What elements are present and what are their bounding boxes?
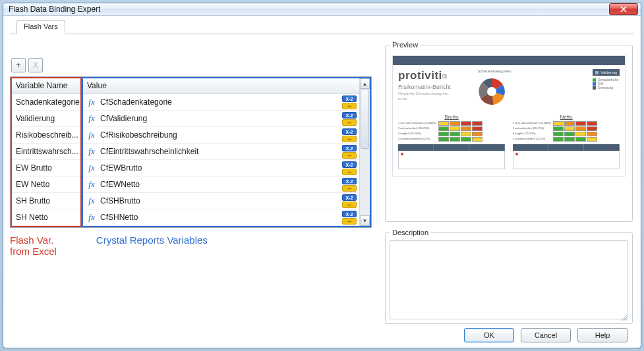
close-button[interactable] [609, 3, 638, 15]
description-legend: Description [390, 229, 431, 236]
formula-icon: fx [87, 146, 96, 157]
variable-value-cell[interactable]: fxCfValidierungX-2⋯ [83, 111, 359, 127]
preview-panel-netto: Netto 1 sehr wahrscheinlich (75-100%) 2 … [513, 114, 620, 169]
variable-name-cell[interactable]: EW Brutto [12, 160, 80, 176]
value-text: CfSHNetto [100, 213, 338, 222]
value-text: CfSchadenkategorie [100, 97, 338, 107]
preview-legend-box: Validierung Schadenhöhe EW Erwartung [593, 69, 620, 90]
formula-icon: fx [87, 130, 96, 140]
svg-line-3 [626, 319, 627, 321]
help-button[interactable]: Help [577, 328, 628, 342]
scroll-up-button[interactable]: ▲ [360, 78, 370, 89]
close-icon [620, 6, 627, 13]
variable-name-cell[interactable]: SH Netto [12, 209, 80, 226]
formula-edit-button[interactable]: X-2⋯ [342, 211, 357, 225]
variable-name-cell[interactable]: Risikobeschreib... [12, 127, 80, 144]
formula-icon: fx [87, 212, 96, 223]
preview-report-title: Risikomatrix-Bericht [398, 84, 464, 90]
svg-point-0 [487, 87, 496, 96]
tab-flash-vars[interactable]: Flash Vars [16, 20, 65, 34]
formula-edit-button[interactable]: X-2⋯ [342, 95, 357, 109]
annotations: Flash Var. from Excel Crystal Reports Va… [10, 234, 372, 257]
formula-edit-button[interactable]: X-2⋯ [342, 128, 357, 142]
variable-value-cell[interactable]: fxCfSHBruttoX-2⋯ [83, 193, 359, 209]
tabstrip: Flash Vars [10, 20, 634, 34]
variable-value-cell[interactable]: fxCfEintrittswahrscheinlichkeitX-2⋯ [83, 144, 359, 160]
formula-icon: fx [87, 97, 96, 107]
formula-icon: fx [87, 113, 96, 124]
description-group: Description [385, 229, 633, 324]
preview-image: protiviti® Risikomatrix-Bericht Gewählte… [392, 55, 626, 176]
preview-legend: Preview [390, 41, 421, 49]
dialog-buttons: OK Cancel Help [10, 324, 634, 346]
name-column: Variable Name SchadenkategorieValidierun… [11, 77, 82, 227]
cancel-button[interactable]: Cancel [521, 328, 571, 342]
scrollbar[interactable]: ▲ ▼ [359, 78, 370, 226]
formula-edit-button[interactable]: X-2⋯ [342, 112, 357, 126]
variable-name-cell[interactable]: Validierung [12, 111, 80, 127]
preview-panel-brutto: Brutto 1 sehr wahrscheinlich (75-100%) 2… [398, 114, 505, 169]
value-text: CfSHBrutto [100, 196, 338, 205]
variable-name-cell[interactable]: SH Brutto [12, 193, 80, 209]
description-textarea[interactable] [390, 240, 628, 319]
variable-value-cell[interactable]: fxCfRisikobeschreibungX-2⋯ [83, 127, 359, 144]
variable-name-cell[interactable]: Schadenkategorie [12, 94, 80, 111]
preview-report-sub: Gewählte Schadenkategorie: [398, 92, 464, 95]
preview-pie-chart: Schadenkategorien [476, 69, 513, 109]
add-row-button[interactable]: + [11, 58, 26, 72]
variable-value-cell[interactable]: fxCfEWBruttoX-2⋯ [83, 160, 359, 176]
annotation-from-excel: from Excel [10, 246, 57, 257]
variable-name-cell[interactable]: Eintrittswahrsch... [12, 144, 80, 160]
preview-group: Preview protiviti® Risikomatrix-Bericht … [385, 41, 633, 222]
value-text: CfValidierung [100, 114, 338, 123]
variable-grid: Variable Name SchadenkategorieValidierun… [10, 76, 372, 228]
value-text: CfEWNetto [100, 180, 338, 189]
value-text: CfEintrittswahrscheinlichkeit [100, 147, 338, 156]
window-title: Flash Data Binding Expert [9, 5, 100, 14]
preview-report-sub2: none [398, 97, 464, 101]
preview-brand: protiviti® [398, 69, 464, 82]
formula-icon: fx [87, 196, 96, 206]
formula-icon: fx [87, 179, 96, 190]
variable-value-cell[interactable]: fxCfSHNettoX-2⋯ [83, 209, 359, 226]
titlebar: Flash Data Binding Expert [3, 3, 641, 16]
variable-value-cell[interactable]: fxCfEWNettoX-2⋯ [83, 176, 359, 193]
formula-edit-button[interactable]: X-2⋯ [342, 194, 357, 208]
variable-name-cell[interactable]: EW Netto [12, 176, 80, 193]
formula-edit-button[interactable]: X-2⋯ [342, 161, 357, 175]
annotation-crystal-reports: Crystal Reports Variables [96, 234, 208, 257]
resize-handle-icon [620, 311, 627, 318]
formula-edit-button[interactable]: X-2⋯ [342, 145, 357, 159]
header-value[interactable]: Value [83, 78, 359, 94]
annotation-flash-var: Flash Var. [10, 234, 57, 246]
value-text: CfRisikobeschreibung [100, 130, 338, 140]
scroll-down-button[interactable]: ▼ [360, 215, 370, 226]
value-column: Value fxCfSchadenkategorieX-2⋯fxCfValidi… [82, 77, 371, 227]
ok-button[interactable]: OK [464, 328, 514, 342]
scroll-thumb[interactable] [361, 90, 369, 149]
formula-icon: fx [87, 163, 96, 173]
remove-row-button[interactable]: X [28, 58, 43, 72]
value-text: CfEWBrutto [100, 163, 338, 173]
header-variable-name[interactable]: Variable Name [12, 78, 80, 94]
dialog-window: Flash Data Binding Expert Flash Vars + X… [3, 3, 641, 348]
variable-value-cell[interactable]: fxCfSchadenkategorieX-2⋯ [83, 94, 359, 111]
formula-edit-button[interactable]: X-2⋯ [342, 178, 357, 192]
